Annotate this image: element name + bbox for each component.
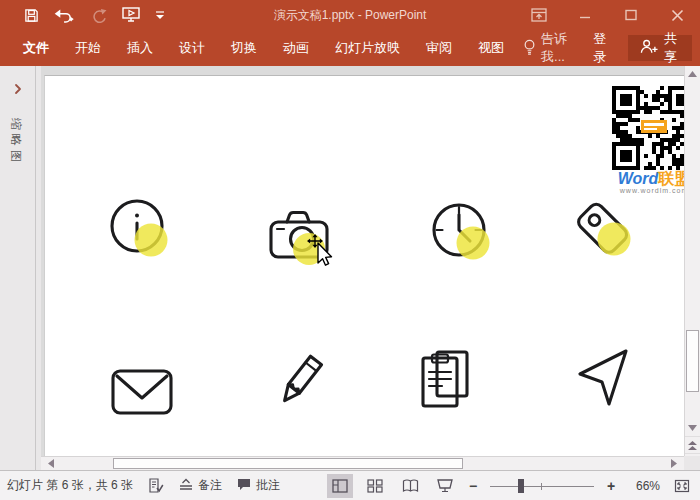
paper-plane-icon[interactable] (565, 342, 635, 412)
horizontal-scroll-thumb[interactable] (113, 458, 463, 469)
vertical-scroll-thumb[interactable] (686, 330, 699, 392)
zoom-in-button[interactable]: + (605, 478, 617, 494)
camera-icon[interactable] (265, 200, 335, 270)
notes-label: 备注 (198, 477, 222, 494)
share-label: 共享 (664, 30, 680, 66)
tab-review[interactable]: 审阅 (413, 30, 465, 66)
horizontal-scrollbar[interactable] (41, 456, 684, 470)
redo-icon-disabled (91, 8, 107, 23)
slideshow-view-button[interactable] (432, 474, 458, 498)
tab-insert[interactable]: 插入 (114, 30, 166, 66)
copy-documents-icon[interactable] (411, 344, 481, 414)
share-person-icon (640, 39, 658, 57)
tab-design[interactable]: 设计 (166, 30, 218, 66)
slide-position-indicator[interactable]: 幻灯片 第 6 张，共 6 张 (7, 477, 133, 494)
ribbon-tab-row: 文件 开始 插入 设计 切换 动画 幻灯片放映 审阅 视图 告诉我... 登录 … (0, 30, 700, 66)
pencil-icon[interactable] (265, 346, 335, 416)
slide-sorter-view-button[interactable] (362, 474, 388, 498)
slide[interactable]: Word联盟 www.wordlm.com (44, 75, 684, 456)
window-controls (516, 0, 700, 30)
slide-canvas-area: Word联盟 www.wordlm.com (41, 66, 684, 456)
reading-view-button[interactable] (397, 474, 423, 498)
zoom-slider-track[interactable] (490, 486, 594, 487)
expand-panel-chevron-icon[interactable] (11, 82, 25, 96)
qr-code-image (612, 86, 684, 170)
tell-me-box[interactable]: 告诉我... (517, 30, 583, 66)
tab-home[interactable]: 开始 (62, 30, 114, 66)
ribbon-display-options-icon[interactable] (516, 0, 562, 30)
vertical-scroll-track[interactable] (685, 82, 700, 420)
powerpoint-window: 演示文稿1.pptx - PowerPoint 文件 开始 插入 设计 切换 动… (0, 0, 700, 500)
zoom-slider[interactable] (490, 479, 594, 493)
save-icon[interactable] (24, 8, 39, 23)
scroll-down-icon[interactable] (685, 420, 700, 436)
thumbnail-panel-collapsed[interactable]: 缩略图 (0, 66, 36, 470)
tab-transitions[interactable]: 切换 (218, 30, 270, 66)
zoom-out-button[interactable]: − (467, 478, 479, 494)
vertical-scrollbar[interactable] (684, 66, 700, 470)
zoom-level[interactable]: 66% (626, 479, 660, 493)
comments-label: 批注 (256, 477, 280, 494)
tag-icon[interactable] (569, 194, 639, 264)
maximize-button[interactable] (608, 0, 654, 30)
scroll-up-icon[interactable] (685, 66, 700, 82)
minimize-button[interactable] (562, 0, 608, 30)
normal-view-button[interactable] (327, 474, 353, 498)
tell-me-label: 告诉我... (541, 30, 577, 66)
status-bar: 幻灯片 第 6 张，共 6 张 备注 批注 (0, 470, 700, 500)
qr-url-text: www.wordlm.com (610, 187, 684, 194)
start-slideshow-icon[interactable] (122, 7, 140, 23)
thumbnail-panel-label: 缩略图 (7, 118, 24, 166)
clock-icon[interactable] (427, 196, 497, 266)
brand-suffix: 联盟 (658, 170, 684, 187)
qr-brand-text: Word联盟 (610, 170, 684, 187)
zoom-slider-midpoint (541, 483, 542, 490)
comments-toggle[interactable]: 批注 (237, 477, 280, 494)
status-bar-right: − + 66% (327, 471, 695, 500)
main-area: 缩略图 Word联盟 www.wordlm.com (0, 66, 700, 470)
tab-animations[interactable]: 动画 (270, 30, 322, 66)
comment-icon (237, 478, 251, 494)
lightbulb-icon (523, 39, 536, 58)
brand-word: Word (618, 170, 659, 187)
fit-slide-to-window-button[interactable] (669, 474, 695, 498)
title-bar: 演示文稿1.pptx - PowerPoint (0, 0, 700, 30)
quick-access-toolbar (24, 0, 165, 30)
info-circle-icon[interactable] (105, 194, 175, 264)
notes-icon (179, 478, 193, 494)
scrollbar-corner (684, 456, 700, 470)
proofing-icon[interactable] (148, 478, 164, 493)
customize-qat-icon[interactable] (155, 10, 165, 20)
zoom-slider-thumb[interactable] (518, 479, 524, 493)
tab-view[interactable]: 视图 (465, 30, 517, 66)
mail-envelope-icon[interactable] (107, 356, 177, 426)
qr-block[interactable]: Word联盟 www.wordlm.com (610, 86, 684, 194)
notes-toggle[interactable]: 备注 (179, 477, 222, 494)
previous-slide-button[interactable] (685, 436, 700, 453)
share-button[interactable]: 共享 (628, 35, 692, 61)
status-bar-left: 幻灯片 第 6 张，共 6 张 备注 批注 (7, 471, 280, 500)
close-button[interactable] (654, 0, 700, 30)
undo-icon[interactable] (54, 8, 76, 23)
tab-slideshow[interactable]: 幻灯片放映 (322, 30, 413, 66)
login-button[interactable]: 登录 (583, 30, 624, 66)
tab-file[interactable]: 文件 (10, 30, 62, 66)
